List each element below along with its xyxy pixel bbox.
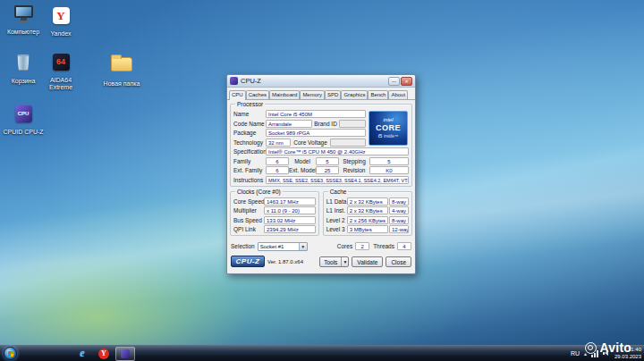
desktop-icon-computer[interactable]: Компьютер <box>3 5 44 36</box>
avito-watermark: Avito <box>585 340 631 355</box>
threads-field: 4 <box>397 242 411 250</box>
taskbar-ie-icon[interactable]: e <box>72 347 92 361</box>
desktop-icon-label: AIDA64 Extreme <box>40 77 81 92</box>
desktop-icon-new-folder[interactable]: Новая папка <box>98 52 145 88</box>
validate-button[interactable]: Validate <box>352 256 383 267</box>
cpuz-app-icon <box>230 77 238 85</box>
tab-mainboard[interactable]: Mainboard <box>269 90 300 99</box>
code-name-field: Arrandale <box>266 120 312 128</box>
desktop-icon-label: CPUID CPU-Z <box>3 129 44 136</box>
tab-caches[interactable]: Caches <box>246 90 269 99</box>
tools-button[interactable]: Tools ▼ <box>319 256 349 267</box>
tab-about[interactable]: About <box>388 90 408 99</box>
selection-label: Selection <box>231 243 255 249</box>
processor-group-label: Processor <box>235 101 265 107</box>
l1-data-way-field: 8-way <box>389 197 409 206</box>
core-voltage-label: Core Voltage <box>291 139 330 146</box>
brand-id-field <box>339 120 366 128</box>
cpuz-taskbar-icon <box>121 349 130 358</box>
stepping-field: 5 <box>369 157 409 165</box>
model-field: 5 <box>316 157 339 165</box>
qpi-link-label: QPI Link <box>233 226 264 232</box>
level2-size-field: 2 x 256 KBytes <box>347 216 388 224</box>
core-speed-label: Core Speed <box>233 198 264 205</box>
specification-field: Intel® Core™ i5 CPU M 450 @ 2.40GHz <box>266 147 409 155</box>
level2-label: Level 2 <box>326 217 346 223</box>
tab-spd[interactable]: SPD <box>325 90 341 99</box>
technology-label: Technology <box>233 139 266 146</box>
multiplier-label: Multiplier <box>233 207 264 214</box>
yandex-icon: Y <box>40 7 81 29</box>
processor-group: Processor intel CORE i5 inside™ Name Int… <box>230 104 412 187</box>
internet-explorer-icon: e <box>80 347 84 360</box>
tab-graphics[interactable]: Graphics <box>341 90 368 99</box>
tab-cpu[interactable]: CPU <box>229 90 246 100</box>
package-label: Package <box>233 130 266 136</box>
bus-speed-label: Bus Speed <box>233 217 264 223</box>
l1-data-label: L1 Data <box>326 198 346 205</box>
l1-inst-size-field: 2 x 32 KBytes <box>347 206 388 214</box>
cores-field: 2 <box>355 242 369 250</box>
tab-memory[interactable]: Memory <box>300 90 325 99</box>
qpi-link-field: 2394.29 MHz <box>264 225 316 233</box>
cache-group-label: Cache <box>328 189 349 195</box>
level3-way-field: 12-way <box>389 225 409 233</box>
revision-field: K0 <box>369 166 409 174</box>
computer-icon <box>3 5 44 27</box>
intel-core-i5-badge: intel CORE i5 inside™ <box>369 111 408 146</box>
window-title: CPU-Z <box>241 77 386 85</box>
aida64-icon: 64 <box>40 54 81 75</box>
close-icon[interactable]: ✕ <box>401 77 412 86</box>
tab-bar: CPU Caches Mainboard Memory SPD Graphics… <box>227 88 415 100</box>
desktop-icon-aida64[interactable]: 64 AIDA64 Extreme <box>40 52 81 92</box>
desktop-icon-recycle-bin[interactable]: Корзина <box>3 52 44 85</box>
recycle-bin-icon <box>3 55 44 76</box>
family-field: 6 <box>266 157 289 165</box>
taskbar: e Y RU ▲ 21:40 29.03.2023 <box>0 345 644 361</box>
socket-select-value: Socket #1 <box>258 243 299 250</box>
package-field: Socket 989 rPGA <box>266 129 366 137</box>
specification-label: Specification <box>233 148 266 155</box>
cpuz-titlebar[interactable]: CPU-Z — ✕ <box>227 75 415 88</box>
brand-id-label: Brand ID <box>312 121 339 127</box>
technology-field: 32 nm <box>266 139 291 147</box>
desktop-icon-label: Компьютер <box>3 29 44 36</box>
bus-speed-field: 133.02 MHz <box>264 216 316 224</box>
taskbar-cpuz-button[interactable] <box>115 347 135 361</box>
version-text: Ver. 1.87.0.x64 <box>267 259 317 264</box>
revision-label: Revision <box>339 167 369 173</box>
folder-icon <box>98 57 145 79</box>
instructions-field: MMX, SSE, SSE2, SSE3, SSSE3, SSE4.1, SSE… <box>266 176 409 184</box>
tab-bench[interactable]: Bench <box>368 90 388 99</box>
chevron-down-icon[interactable]: ▼ <box>299 243 307 250</box>
model-label: Model <box>289 158 316 164</box>
cores-label: Cores <box>337 243 352 249</box>
ext-family-field: 6 <box>266 166 289 174</box>
ext-model-label: Ext. Model <box>289 167 316 173</box>
desktop-icon-cpuz[interactable]: CPU CPUID CPU-Z <box>3 104 44 136</box>
tools-dropdown-icon[interactable]: ▼ <box>341 257 348 266</box>
name-field: Intel Core i5 450M <box>266 110 366 118</box>
cpuz-logo: CPU-Z <box>231 256 265 267</box>
clocks-group: Clocks (Core #0) Core Speed 1463.17 MHz … <box>230 191 319 237</box>
close-button[interactable]: Close <box>386 256 411 267</box>
l1-inst-way-field: 4-way <box>389 206 409 214</box>
clocks-group-label: Clocks (Core #0) <box>235 189 283 195</box>
desktop-icon-yandex[interactable]: Y Yandex <box>40 5 81 38</box>
taskbar-yandex-icon[interactable]: Y <box>94 347 114 361</box>
cpuz-window: CPU-Z — ✕ CPU Caches Mainboard Memory SP… <box>226 74 416 274</box>
desktop-icon-label: Yandex <box>40 30 81 38</box>
camera-icon <box>585 342 597 354</box>
start-button[interactable] <box>4 347 17 360</box>
ext-model-field: 25 <box>316 166 339 174</box>
socket-select[interactable]: Socket #1 ▼ <box>258 242 308 251</box>
yandex-browser-icon: Y <box>98 348 109 359</box>
core-voltage-field <box>330 139 366 147</box>
stepping-label: Stepping <box>339 158 369 164</box>
language-indicator[interactable]: RU <box>571 350 580 357</box>
multiplier-field: x 11.0 (9 - 20) <box>264 206 316 214</box>
desktop-icon-label: Корзина <box>3 78 44 85</box>
minimize-button[interactable]: — <box>388 77 400 86</box>
desktop-icon-label: Новая папка <box>98 80 145 88</box>
cpuz-icon: CPU <box>3 105 44 127</box>
